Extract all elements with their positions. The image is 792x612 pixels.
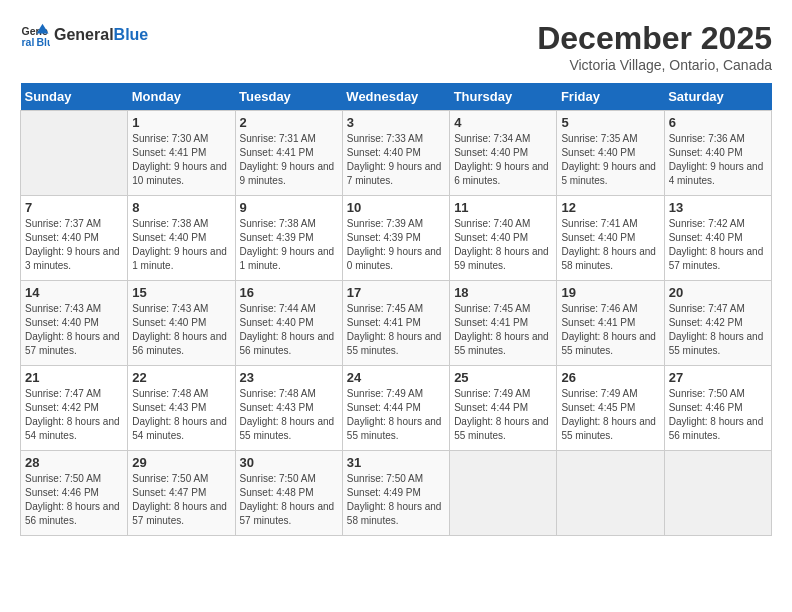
day-info: Sunrise: 7:36 AMSunset: 4:40 PMDaylight:… bbox=[669, 132, 767, 188]
calendar-cell: 5Sunrise: 7:35 AMSunset: 4:40 PMDaylight… bbox=[557, 111, 664, 196]
day-number: 18 bbox=[454, 285, 552, 300]
day-number: 8 bbox=[132, 200, 230, 215]
header-monday: Monday bbox=[128, 83, 235, 111]
logo-icon: Gene ral Blue bbox=[20, 20, 50, 50]
calendar-cell: 29Sunrise: 7:50 AMSunset: 4:47 PMDayligh… bbox=[128, 451, 235, 536]
calendar-cell: 15Sunrise: 7:43 AMSunset: 4:40 PMDayligh… bbox=[128, 281, 235, 366]
day-info: Sunrise: 7:31 AMSunset: 4:41 PMDaylight:… bbox=[240, 132, 338, 188]
day-number: 13 bbox=[669, 200, 767, 215]
day-info: Sunrise: 7:50 AMSunset: 4:46 PMDaylight:… bbox=[25, 472, 123, 528]
day-info: Sunrise: 7:34 AMSunset: 4:40 PMDaylight:… bbox=[454, 132, 552, 188]
calendar-cell bbox=[664, 451, 771, 536]
day-info: Sunrise: 7:35 AMSunset: 4:40 PMDaylight:… bbox=[561, 132, 659, 188]
calendar-week-3: 14Sunrise: 7:43 AMSunset: 4:40 PMDayligh… bbox=[21, 281, 772, 366]
day-number: 16 bbox=[240, 285, 338, 300]
calendar-cell: 6Sunrise: 7:36 AMSunset: 4:40 PMDaylight… bbox=[664, 111, 771, 196]
day-info: Sunrise: 7:49 AMSunset: 4:45 PMDaylight:… bbox=[561, 387, 659, 443]
day-number: 1 bbox=[132, 115, 230, 130]
day-info: Sunrise: 7:48 AMSunset: 4:43 PMDaylight:… bbox=[240, 387, 338, 443]
day-number: 10 bbox=[347, 200, 445, 215]
day-info: Sunrise: 7:44 AMSunset: 4:40 PMDaylight:… bbox=[240, 302, 338, 358]
logo: Gene ral Blue GeneralBlue bbox=[20, 20, 148, 50]
page-header: Gene ral Blue GeneralBlue December 2025 … bbox=[20, 20, 772, 73]
day-number: 9 bbox=[240, 200, 338, 215]
day-number: 20 bbox=[669, 285, 767, 300]
calendar-cell: 27Sunrise: 7:50 AMSunset: 4:46 PMDayligh… bbox=[664, 366, 771, 451]
day-number: 30 bbox=[240, 455, 338, 470]
day-number: 2 bbox=[240, 115, 338, 130]
logo-text-blue: Blue bbox=[114, 26, 149, 43]
calendar-body: 1Sunrise: 7:30 AMSunset: 4:41 PMDaylight… bbox=[21, 111, 772, 536]
calendar-header: Sunday Monday Tuesday Wednesday Thursday… bbox=[21, 83, 772, 111]
header-friday: Friday bbox=[557, 83, 664, 111]
calendar-cell: 22Sunrise: 7:48 AMSunset: 4:43 PMDayligh… bbox=[128, 366, 235, 451]
day-info: Sunrise: 7:43 AMSunset: 4:40 PMDaylight:… bbox=[132, 302, 230, 358]
calendar-cell: 19Sunrise: 7:46 AMSunset: 4:41 PMDayligh… bbox=[557, 281, 664, 366]
logo-text-general: General bbox=[54, 26, 114, 43]
day-info: Sunrise: 7:49 AMSunset: 4:44 PMDaylight:… bbox=[347, 387, 445, 443]
day-number: 31 bbox=[347, 455, 445, 470]
calendar-cell: 4Sunrise: 7:34 AMSunset: 4:40 PMDaylight… bbox=[450, 111, 557, 196]
calendar-week-2: 7Sunrise: 7:37 AMSunset: 4:40 PMDaylight… bbox=[21, 196, 772, 281]
day-info: Sunrise: 7:45 AMSunset: 4:41 PMDaylight:… bbox=[347, 302, 445, 358]
header-sunday: Sunday bbox=[21, 83, 128, 111]
day-info: Sunrise: 7:33 AMSunset: 4:40 PMDaylight:… bbox=[347, 132, 445, 188]
day-number: 6 bbox=[669, 115, 767, 130]
calendar-cell: 12Sunrise: 7:41 AMSunset: 4:40 PMDayligh… bbox=[557, 196, 664, 281]
day-number: 27 bbox=[669, 370, 767, 385]
day-info: Sunrise: 7:47 AMSunset: 4:42 PMDaylight:… bbox=[25, 387, 123, 443]
calendar-cell: 8Sunrise: 7:38 AMSunset: 4:40 PMDaylight… bbox=[128, 196, 235, 281]
calendar-cell: 31Sunrise: 7:50 AMSunset: 4:49 PMDayligh… bbox=[342, 451, 449, 536]
calendar-cell: 2Sunrise: 7:31 AMSunset: 4:41 PMDaylight… bbox=[235, 111, 342, 196]
calendar-cell: 17Sunrise: 7:45 AMSunset: 4:41 PMDayligh… bbox=[342, 281, 449, 366]
day-number: 24 bbox=[347, 370, 445, 385]
day-info: Sunrise: 7:40 AMSunset: 4:40 PMDaylight:… bbox=[454, 217, 552, 273]
calendar-cell: 20Sunrise: 7:47 AMSunset: 4:42 PMDayligh… bbox=[664, 281, 771, 366]
day-info: Sunrise: 7:43 AMSunset: 4:40 PMDaylight:… bbox=[25, 302, 123, 358]
day-info: Sunrise: 7:38 AMSunset: 4:40 PMDaylight:… bbox=[132, 217, 230, 273]
svg-text:ral: ral bbox=[22, 36, 35, 48]
day-info: Sunrise: 7:48 AMSunset: 4:43 PMDaylight:… bbox=[132, 387, 230, 443]
day-number: 22 bbox=[132, 370, 230, 385]
calendar-cell: 16Sunrise: 7:44 AMSunset: 4:40 PMDayligh… bbox=[235, 281, 342, 366]
location-title: Victoria Village, Ontario, Canada bbox=[537, 57, 772, 73]
calendar-cell: 18Sunrise: 7:45 AMSunset: 4:41 PMDayligh… bbox=[450, 281, 557, 366]
month-title: December 2025 bbox=[537, 20, 772, 57]
day-number: 28 bbox=[25, 455, 123, 470]
day-info: Sunrise: 7:49 AMSunset: 4:44 PMDaylight:… bbox=[454, 387, 552, 443]
day-info: Sunrise: 7:47 AMSunset: 4:42 PMDaylight:… bbox=[669, 302, 767, 358]
header-row: Sunday Monday Tuesday Wednesday Thursday… bbox=[21, 83, 772, 111]
day-number: 21 bbox=[25, 370, 123, 385]
day-info: Sunrise: 7:50 AMSunset: 4:49 PMDaylight:… bbox=[347, 472, 445, 528]
day-info: Sunrise: 7:38 AMSunset: 4:39 PMDaylight:… bbox=[240, 217, 338, 273]
calendar-cell: 21Sunrise: 7:47 AMSunset: 4:42 PMDayligh… bbox=[21, 366, 128, 451]
calendar-cell: 10Sunrise: 7:39 AMSunset: 4:39 PMDayligh… bbox=[342, 196, 449, 281]
calendar-cell bbox=[21, 111, 128, 196]
calendar-table: Sunday Monday Tuesday Wednesday Thursday… bbox=[20, 83, 772, 536]
day-number: 25 bbox=[454, 370, 552, 385]
calendar-cell: 7Sunrise: 7:37 AMSunset: 4:40 PMDaylight… bbox=[21, 196, 128, 281]
calendar-cell: 23Sunrise: 7:48 AMSunset: 4:43 PMDayligh… bbox=[235, 366, 342, 451]
calendar-cell bbox=[450, 451, 557, 536]
header-saturday: Saturday bbox=[664, 83, 771, 111]
calendar-cell: 30Sunrise: 7:50 AMSunset: 4:48 PMDayligh… bbox=[235, 451, 342, 536]
calendar-cell: 11Sunrise: 7:40 AMSunset: 4:40 PMDayligh… bbox=[450, 196, 557, 281]
header-wednesday: Wednesday bbox=[342, 83, 449, 111]
day-number: 17 bbox=[347, 285, 445, 300]
day-info: Sunrise: 7:46 AMSunset: 4:41 PMDaylight:… bbox=[561, 302, 659, 358]
title-section: December 2025 Victoria Village, Ontario,… bbox=[537, 20, 772, 73]
day-number: 19 bbox=[561, 285, 659, 300]
header-tuesday: Tuesday bbox=[235, 83, 342, 111]
calendar-cell: 25Sunrise: 7:49 AMSunset: 4:44 PMDayligh… bbox=[450, 366, 557, 451]
calendar-week-4: 21Sunrise: 7:47 AMSunset: 4:42 PMDayligh… bbox=[21, 366, 772, 451]
svg-text:Blue: Blue bbox=[37, 36, 51, 48]
day-number: 15 bbox=[132, 285, 230, 300]
calendar-cell: 1Sunrise: 7:30 AMSunset: 4:41 PMDaylight… bbox=[128, 111, 235, 196]
day-number: 12 bbox=[561, 200, 659, 215]
day-info: Sunrise: 7:37 AMSunset: 4:40 PMDaylight:… bbox=[25, 217, 123, 273]
calendar-cell bbox=[557, 451, 664, 536]
day-info: Sunrise: 7:50 AMSunset: 4:47 PMDaylight:… bbox=[132, 472, 230, 528]
calendar-cell: 13Sunrise: 7:42 AMSunset: 4:40 PMDayligh… bbox=[664, 196, 771, 281]
day-info: Sunrise: 7:50 AMSunset: 4:48 PMDaylight:… bbox=[240, 472, 338, 528]
day-info: Sunrise: 7:42 AMSunset: 4:40 PMDaylight:… bbox=[669, 217, 767, 273]
